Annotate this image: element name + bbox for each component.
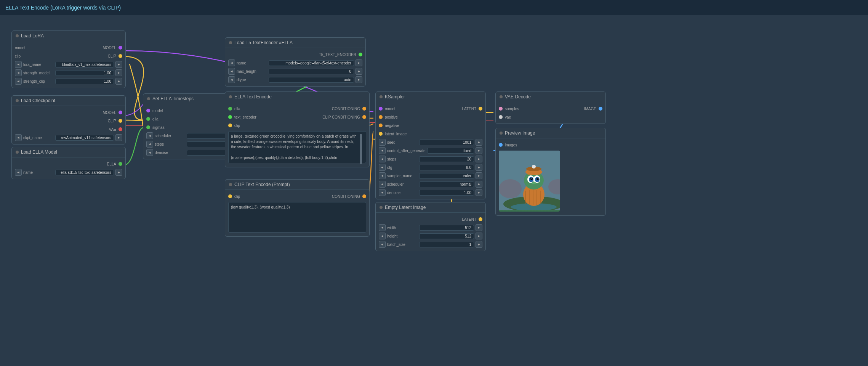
ctrl-strength-model-left[interactable]: ◄ [15,69,22,76]
ctrl-ks-sched-value[interactable]: normal [419,181,474,187]
ella-encode-text-content: a large, textured green crocodile lying … [231,134,357,160]
preview-image-inner [499,151,560,212]
port-model-out[interactable] [119,46,122,50]
port-ee-clipcond-out[interactable] [362,115,366,119]
ctrl-t5-maxlen-value[interactable]: 0 [269,69,354,74]
ctrl-el-width: ◄ width 512 ► [376,223,485,232]
port-pi-images-in[interactable] [499,143,503,147]
ctrl-ella-name-right[interactable]: ► [115,169,122,176]
ctrl-ks-sampler-left[interactable]: ◄ [379,172,386,179]
ctrl-ks-denoise-value[interactable]: 1.00 [419,190,474,196]
ctrl-ks-seed-value[interactable]: 1001 [419,140,474,145]
ctrl-ks-cag-value[interactable]: fixed [427,148,474,154]
ctrl-strength-clip-value[interactable]: 1.00 [55,79,114,84]
ctrl-ks-cag-right[interactable]: ► [476,147,482,154]
port-st-ella-in[interactable] [146,117,150,121]
port-ks-latent-out[interactable] [479,107,482,111]
ctrl-lora-name-value[interactable]: blindbox_v1_mix.safetensors [55,62,114,67]
port-t5-out[interactable] [359,53,362,56]
ctrl-ks-denoise-left[interactable]: ◄ [379,189,386,196]
ctrl-ks-steps-left[interactable]: ◄ [379,156,386,162]
ctrl-t5-name-value[interactable]: models--google--flan-t5-xl-text-encoder [269,60,354,66]
ctrl-ks-sampler-value[interactable]: euler [419,173,474,179]
ctrl-el-batch-value[interactable]: 1 [419,242,474,247]
ctrl-ks-cfg-right[interactable]: ► [476,164,482,171]
port-el-latent-out[interactable] [479,217,482,221]
ctrl-ckpt-name-left[interactable]: ◄ [15,134,22,141]
port-ce-cond-label: CONDITIONING [332,194,360,199]
ctrl-ckpt-name-value[interactable]: revAnimated_v11.safetensors [55,135,114,141]
ctrl-strength-clip-right[interactable]: ► [115,78,122,85]
port-vd-vae-in[interactable] [499,115,503,119]
node-pi-dot [500,132,503,135]
ctrl-el-height-value[interactable]: 512 [419,233,474,239]
ctrl-ks-steps-right[interactable]: ► [476,156,482,162]
port-ce-clip-in[interactable] [228,194,232,198]
port-ks-latent-in[interactable] [379,132,383,136]
ctrl-el-width-left[interactable]: ◄ [379,224,386,231]
ctrl-t5-dtype-left[interactable]: ◄ [228,76,235,83]
svg-point-2 [499,179,522,198]
port-ella-out[interactable] [119,162,122,166]
ctrl-ks-seed-right[interactable]: ► [476,139,482,146]
port-ee-ella-in[interactable] [228,107,232,111]
port-ce-cond-out[interactable] [362,194,366,198]
ctrl-t5-dtype-value[interactable]: auto [269,77,354,83]
node-load-checkpoint-title: Load Checkpoint [21,98,55,103]
ctrl-el-height-left[interactable]: ◄ [379,233,386,239]
ctrl-ks-sampler-right[interactable]: ► [476,172,482,179]
ctrl-el-batch-right[interactable]: ► [476,241,482,248]
text-scrollbar[interactable] [360,134,362,164]
ctrl-t5-name-right[interactable]: ► [356,59,362,66]
ctrl-t5-dtype-right[interactable]: ► [356,76,362,83]
ctrl-t5-maxlen-right[interactable]: ► [356,68,362,75]
ctrl-ks-seed-left[interactable]: ◄ [379,139,386,146]
port-lc-vae-out[interactable] [119,127,122,131]
ctrl-ks-denoise-right[interactable]: ► [476,189,482,196]
ctrl-ckpt-name-right[interactable]: ► [115,134,122,141]
ctrl-ella-name-left[interactable]: ◄ [15,169,22,176]
port-lc-clip-out[interactable] [119,119,122,123]
port-ks-model-in[interactable] [379,107,383,111]
port-ee-clip-in[interactable] [228,124,232,127]
ctrl-lora-name-right[interactable]: ► [115,61,122,68]
port-st-sigmas-in[interactable] [146,125,150,129]
ctrl-ella-name-value[interactable]: ella-sd1.5-tsc-t5xl.safetensors [55,170,114,175]
port-vd-image-out[interactable] [599,107,602,111]
ctrl-ks-sched-right[interactable]: ► [476,181,482,188]
ctrl-el-batch-left[interactable]: ◄ [379,241,386,248]
clip-encode-text[interactable]: (low quality:1.3), (worst quality:1.3) [228,202,366,233]
ella-encode-text[interactable]: a large, textured green crocodile lying … [228,131,366,163]
ctrl-st-steps-left[interactable]: ◄ [146,141,153,148]
ctrl-el-height-right[interactable]: ► [476,233,482,239]
ctrl-ks-sched-left[interactable]: ◄ [379,181,386,188]
port-lc-model-out[interactable] [119,111,122,114]
port-st-model-in[interactable] [146,109,150,112]
port-vd-samples-in[interactable] [499,107,503,111]
port-ks-neg-in[interactable] [379,124,383,127]
ctrl-ks-steps-value[interactable]: 20 [419,156,474,162]
port-ee-cond-out[interactable] [362,107,366,111]
port-clip-out[interactable] [119,54,122,58]
ctrl-t5-maxlen-left[interactable]: ◄ [228,68,235,75]
ctrl-strength-clip-label: strength_clip [23,79,54,83]
ctrl-lora-name-left[interactable]: ◄ [15,61,22,68]
ctrl-el-width-right[interactable]: ► [476,224,482,231]
ctrl-ks-cfg-left[interactable]: ◄ [379,164,386,171]
ctrl-ks-cag-left[interactable]: ◄ [379,147,386,154]
ctrl-el-width-value[interactable]: 512 [419,225,474,231]
ctrl-strength-model-right[interactable]: ► [115,69,122,76]
ctrl-strength-model-value[interactable]: 1.00 [55,70,114,76]
port-ks-pos-in[interactable] [379,115,383,119]
ctrl-t5-name-left[interactable]: ◄ [228,59,235,66]
ctrl-strength-clip-left[interactable]: ◄ [15,78,22,85]
port-st-model-label: model [152,109,163,113]
port-row-lc-clip: CLIP [12,117,125,125]
svg-point-26 [532,182,536,184]
port-ee-te-in[interactable] [228,115,232,119]
ctrl-st-scheduler-left[interactable]: ◄ [146,132,153,139]
ctrl-ks-cfg-value[interactable]: 8.0 [419,165,474,170]
ctrl-st-denoise-left[interactable]: ◄ [146,149,153,156]
node-clip-encode-body: clip CONDITIONING (low quality:1.3), (wo… [225,190,369,236]
node-clip-encode-title: CLIP Text Encode (Prompt) [234,182,290,187]
